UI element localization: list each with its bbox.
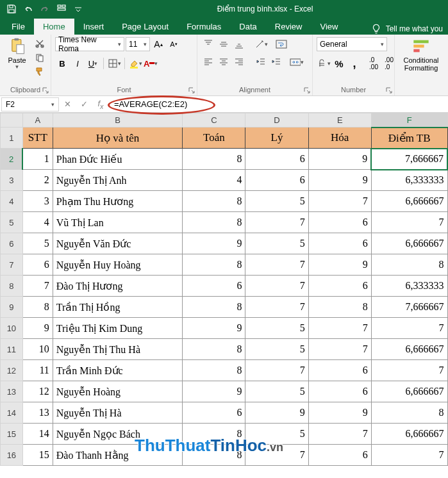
cell-E10[interactable]: 7 xyxy=(308,318,371,339)
row-header-10[interactable]: 10 xyxy=(1,318,23,339)
cell-E9[interactable]: 8 xyxy=(308,297,371,318)
cell-B5[interactable]: Vũ Thị Lan xyxy=(53,212,183,233)
cell-C6[interactable]: 9 xyxy=(183,233,245,254)
cell-B10[interactable]: Triệu Thị Kim Dung xyxy=(53,318,183,339)
col-header-E[interactable]: E xyxy=(308,113,371,128)
cell-E2[interactable]: 9 xyxy=(308,149,371,170)
font-size-select[interactable]: 11▾ xyxy=(126,37,150,51)
row-header-7[interactable]: 7 xyxy=(1,254,23,276)
formula-input[interactable]: =AVERAGE(C2:E2) xyxy=(109,99,448,109)
tab-data[interactable]: Data xyxy=(230,19,265,35)
header-cell-tb[interactable]: Điểm TB xyxy=(371,128,447,149)
col-header-B[interactable]: B xyxy=(53,113,183,128)
tab-view[interactable]: View xyxy=(311,19,347,35)
cell-A6[interactable]: 5 xyxy=(22,233,53,254)
cell-F10[interactable]: 7 xyxy=(371,318,447,339)
spreadsheet-grid[interactable]: ABCDEF1STTHọ và tênToánLýHóaĐiểm TB21Pha… xyxy=(0,113,448,466)
cell-F8[interactable]: 6,333333 xyxy=(371,276,447,297)
cell-F6[interactable]: 6,666667 xyxy=(371,233,447,254)
name-box[interactable]: F2▾ xyxy=(1,97,59,111)
cell-E8[interactable]: 6 xyxy=(308,276,371,297)
cell-F3[interactable]: 6,333333 xyxy=(371,170,447,191)
cell-C7[interactable]: 8 xyxy=(183,254,245,276)
decrease-decimal-icon[interactable]: .00.0 xyxy=(382,56,396,70)
cell-D4[interactable]: 5 xyxy=(245,191,308,212)
row-header-9[interactable]: 9 xyxy=(1,297,23,318)
undo-icon[interactable] xyxy=(21,2,36,16)
cell-F7[interactable]: 8 xyxy=(371,254,447,276)
col-header-D[interactable]: D xyxy=(245,113,308,128)
cell-B2[interactable]: Phan Đức Hiếu xyxy=(53,149,183,170)
comma-icon[interactable]: , xyxy=(347,56,361,70)
copy-icon[interactable] xyxy=(33,51,47,64)
orientation-icon[interactable]: ▾ xyxy=(254,37,268,51)
cell-B3[interactable]: Nguyễn Thị Anh xyxy=(53,170,183,191)
cell-C13[interactable]: 9 xyxy=(183,381,245,402)
save-icon[interactable] xyxy=(4,2,19,16)
cell-D6[interactable]: 5 xyxy=(245,233,308,254)
underline-icon[interactable]: U▾ xyxy=(86,56,100,70)
header-cell-name[interactable]: Họ và tên xyxy=(53,128,183,149)
row-header-3[interactable]: 3 xyxy=(1,170,23,191)
bold-icon[interactable]: B xyxy=(55,56,69,70)
cell-D7[interactable]: 7 xyxy=(245,254,308,276)
cell-F2[interactable]: 7,666667 xyxy=(371,149,447,170)
cell-B15[interactable]: Nguyễn Ngọc Bách xyxy=(53,424,183,445)
fx-icon[interactable]: fx xyxy=(92,98,109,111)
cell-A14[interactable]: 13 xyxy=(22,402,53,424)
col-header-F[interactable]: F xyxy=(371,113,447,128)
increase-decimal-icon[interactable]: .0.00 xyxy=(367,56,381,70)
cell-C10[interactable]: 9 xyxy=(183,318,245,339)
cell-A4[interactable]: 3 xyxy=(22,191,53,212)
row-header-2[interactable]: 2 xyxy=(1,149,23,170)
row-header-1[interactable]: 1 xyxy=(1,128,23,149)
decrease-indent-icon[interactable] xyxy=(254,55,268,69)
align-bottom-icon[interactable] xyxy=(232,37,246,51)
cell-C11[interactable]: 8 xyxy=(183,339,245,360)
cell-D16[interactable]: 7 xyxy=(245,445,308,466)
cell-E13[interactable]: 6 xyxy=(308,381,371,402)
cell-A3[interactable]: 2 xyxy=(22,170,53,191)
cell-C14[interactable]: 6 xyxy=(183,402,245,424)
cell-A5[interactable]: 4 xyxy=(22,212,53,233)
cell-A8[interactable]: 7 xyxy=(22,276,53,297)
cell-B9[interactable]: Trần Thị Hồng xyxy=(53,297,183,318)
cell-B14[interactable]: Nguyễn Thị Hà xyxy=(53,402,183,424)
cell-E16[interactable]: 6 xyxy=(308,445,371,466)
row-header-11[interactable]: 11 xyxy=(1,339,23,360)
row-header-6[interactable]: 6 xyxy=(1,233,23,254)
number-format-select[interactable]: General▾ xyxy=(317,37,387,51)
cell-B6[interactable]: Nguyễn Văn Đức xyxy=(53,233,183,254)
cell-D2[interactable]: 6 xyxy=(245,149,308,170)
cell-B7[interactable]: Nguyễn Huy Hoàng xyxy=(53,254,183,276)
fill-color-icon[interactable]: ▾ xyxy=(128,56,142,70)
cell-E12[interactable]: 6 xyxy=(308,360,371,381)
align-top-icon[interactable] xyxy=(201,37,215,51)
font-color-icon[interactable]: A▾ xyxy=(144,56,158,70)
alignment-launcher-icon[interactable] xyxy=(304,87,310,94)
align-right-icon[interactable] xyxy=(232,55,246,69)
row-header-8[interactable]: 8 xyxy=(1,276,23,297)
wrap-text-icon[interactable] xyxy=(274,37,288,51)
cell-C3[interactable]: 4 xyxy=(183,170,245,191)
tab-file[interactable]: File xyxy=(3,19,34,35)
row-header-15[interactable]: 15 xyxy=(1,424,23,445)
select-all-corner[interactable] xyxy=(1,113,23,128)
tab-formulas[interactable]: Formulas xyxy=(178,19,230,35)
cell-C5[interactable]: 8 xyxy=(183,212,245,233)
cell-A7[interactable]: 6 xyxy=(22,254,53,276)
row-header-16[interactable]: 16 xyxy=(1,445,23,466)
increase-font-icon[interactable]: A▴ xyxy=(151,37,165,51)
cell-A11[interactable]: 10 xyxy=(22,339,53,360)
cell-D8[interactable]: 7 xyxy=(245,276,308,297)
cell-E14[interactable]: 9 xyxy=(308,402,371,424)
cell-E3[interactable]: 9 xyxy=(308,170,371,191)
header-cell-hoa[interactable]: Hóa xyxy=(308,128,371,149)
cell-D11[interactable]: 5 xyxy=(245,339,308,360)
cell-F16[interactable]: 7 xyxy=(371,445,447,466)
cell-B12[interactable]: Trần Minh Đức xyxy=(53,360,183,381)
percent-icon[interactable]: % xyxy=(332,56,346,70)
redo-icon[interactable] xyxy=(37,2,53,16)
tab-review[interactable]: Review xyxy=(266,19,311,35)
row-header-14[interactable]: 14 xyxy=(1,402,23,424)
